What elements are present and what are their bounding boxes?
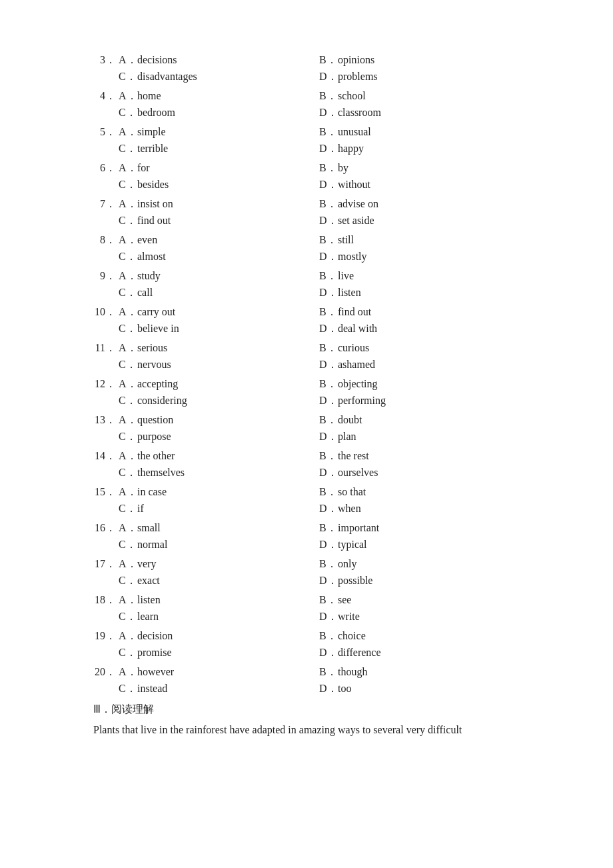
option-d-text: difference — [338, 647, 520, 659]
option-d: D．ourselves — [319, 466, 520, 480]
option-b: B．unusual — [319, 125, 520, 139]
option-d: D．happy — [319, 142, 520, 156]
option-c-letter: C． — [119, 70, 137, 84]
option-b: B．important — [319, 521, 520, 535]
option-a-text: carry out — [137, 306, 319, 318]
option-a: A．home — [119, 89, 319, 103]
option-a: A．however — [119, 665, 319, 679]
option-d-text: listen — [338, 287, 520, 299]
option-c: C．instead — [119, 682, 319, 696]
option-d-letter: D． — [319, 70, 338, 84]
option-c-text: call — [137, 287, 319, 299]
option-b-letter: B． — [319, 341, 338, 355]
option-b-text: live — [338, 270, 520, 282]
option-d-text: set aside — [338, 215, 520, 227]
question-number: 8． — [93, 233, 119, 247]
option-a: A．even — [119, 233, 319, 247]
option-d-letter: D． — [319, 286, 338, 300]
question-number: 15． — [93, 485, 119, 499]
option-c: C．exact — [119, 574, 319, 588]
question-number: 3． — [93, 53, 119, 67]
option-b-text: curious — [338, 342, 520, 354]
question-number: 18． — [93, 593, 119, 607]
option-c-text: find out — [137, 215, 319, 227]
option-d-text: without — [338, 179, 520, 191]
option-c-letter: C． — [119, 466, 137, 480]
question-block: 8．A．evenB．stillC．almostD．mostly — [93, 233, 520, 264]
option-c-text: themselves — [137, 467, 319, 479]
option-b: B．live — [319, 269, 520, 283]
option-c: C．terrible — [119, 142, 319, 156]
question-block: 18．A．listenB．seeC．learnD．write — [93, 593, 520, 624]
option-c: C．learn — [119, 610, 319, 624]
option-c-letter: C． — [119, 502, 137, 516]
option-b: B．only — [319, 557, 520, 571]
option-b: B．see — [319, 593, 520, 607]
option-c: C．normal — [119, 538, 319, 552]
option-a-letter: A． — [119, 125, 137, 139]
option-c-text: almost — [137, 251, 319, 263]
option-c-text: exact — [137, 575, 319, 587]
option-b: B．still — [319, 233, 520, 247]
option-d-text: mostly — [338, 251, 520, 263]
question-block: 19．A．decisionB．choiceC．promiseD．differen… — [93, 629, 520, 660]
option-c-text: if — [137, 503, 319, 515]
option-a-letter: A． — [119, 53, 137, 67]
option-d-letter: D． — [319, 538, 338, 552]
option-d: D．typical — [319, 538, 520, 552]
option-b-letter: B． — [319, 377, 338, 391]
option-d-text: too — [338, 683, 520, 695]
option-a-text: decisions — [137, 54, 319, 66]
option-b-text: still — [338, 234, 520, 246]
question-block: 5．A．simpleB．unusualC．terribleD．happy — [93, 125, 520, 156]
option-c-letter: C． — [119, 214, 137, 228]
option-d: D．deal with — [319, 322, 520, 336]
option-d: D．mostly — [319, 250, 520, 264]
option-b-text: school — [338, 90, 520, 102]
option-c: C．call — [119, 286, 319, 300]
option-a: A．accepting — [119, 377, 319, 391]
option-b-letter: B． — [319, 269, 338, 283]
option-d-letter: D． — [319, 682, 338, 696]
question-number: 4． — [93, 89, 119, 103]
option-a-text: accepting — [137, 378, 319, 390]
section3-text: Plants that live in the rainforest have … — [93, 721, 520, 739]
option-d-text: deal with — [338, 323, 520, 335]
option-b-letter: B． — [319, 449, 338, 463]
option-d-letter: D． — [319, 250, 338, 264]
option-c-text: disadvantages — [137, 71, 319, 83]
option-d-letter: D． — [319, 430, 338, 444]
option-a-text: in case — [137, 486, 319, 498]
question-block: 6．A．forB．byC．besidesD．without — [93, 161, 520, 192]
option-b: B．though — [319, 665, 520, 679]
option-b: B．objecting — [319, 377, 520, 391]
option-b-letter: B． — [319, 197, 338, 211]
option-d-text: happy — [338, 143, 520, 155]
option-c-letter: C． — [119, 682, 137, 696]
option-a: A．decision — [119, 629, 319, 643]
option-a-text: study — [137, 270, 319, 282]
option-a: A．simple — [119, 125, 319, 139]
option-a: A．in case — [119, 485, 319, 499]
option-c-letter: C． — [119, 430, 137, 444]
option-c: C．if — [119, 502, 319, 516]
question-block: 11．A．seriousB．curiousC．nervousD．ashamed — [93, 341, 520, 372]
option-c-letter: C． — [119, 394, 137, 408]
option-d-text: possible — [338, 575, 520, 587]
option-d-letter: D． — [319, 214, 338, 228]
option-a-letter: A． — [119, 377, 137, 391]
option-c-text: promise — [137, 647, 319, 659]
option-b-letter: B． — [319, 305, 338, 319]
option-a-text: home — [137, 90, 319, 102]
option-c-text: nervous — [137, 359, 319, 371]
section3-header: Ⅲ．阅读理解 — [93, 703, 520, 717]
option-c: C．nervous — [119, 358, 319, 372]
option-d: D．problems — [319, 70, 520, 84]
question-block: 13．A．questionB．doubtC．purposeD．plan — [93, 413, 520, 444]
option-d-letter: D． — [319, 394, 338, 408]
option-d-letter: D． — [319, 178, 338, 192]
option-c: C．themselves — [119, 466, 319, 480]
option-a-text: insist on — [137, 198, 319, 210]
question-block: 10．A．carry outB．find outC．believe inD．de… — [93, 305, 520, 336]
question-block: 16．A．smallB．importantC．normalD．typical — [93, 521, 520, 552]
